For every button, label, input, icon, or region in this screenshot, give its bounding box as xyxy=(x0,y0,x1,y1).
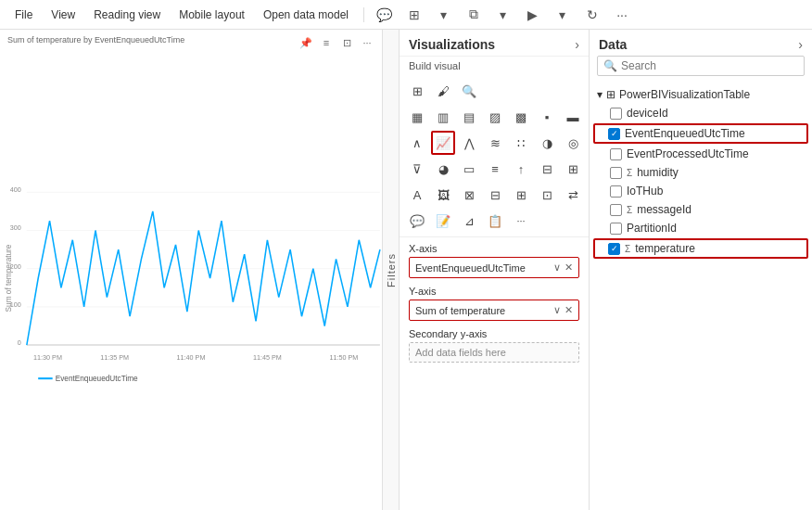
multi-row-card-icon[interactable]: ≡ xyxy=(483,157,507,181)
matrix-icon[interactable]: ⊟ xyxy=(483,183,507,207)
deviceid-checkbox[interactable] xyxy=(610,108,622,120)
scatter-icon[interactable]: ∷ xyxy=(509,131,533,155)
kpi-icon[interactable]: ↑ xyxy=(509,157,533,181)
smart-narrative-icon[interactable]: 📝 xyxy=(431,209,455,233)
y-axis-row: Y-axis Sum of temperature ∨ ✕ xyxy=(409,286,579,321)
line-bar-icon[interactable]: ▬ xyxy=(561,105,585,129)
chevron-down-icon2[interactable]: ▾ xyxy=(490,2,516,28)
data-expand-button[interactable]: › xyxy=(798,37,803,52)
copy-icon[interactable]: ⧉ xyxy=(461,2,487,28)
table3-icon[interactable]: ⊞ xyxy=(509,183,533,207)
chart-title: Sum of temperature by EventEnqueuedUtcTi… xyxy=(2,32,190,45)
eventenqueued-checkbox[interactable]: ✓ xyxy=(608,128,620,140)
field-temperature: temperature xyxy=(635,242,695,255)
menu-item-mobile-layout[interactable]: Mobile layout xyxy=(171,5,252,25)
clustered-col-icon[interactable]: ▩ xyxy=(509,105,533,129)
expand-icon[interactable]: ⊡ xyxy=(337,33,356,52)
more-visuals-icon[interactable]: ··· xyxy=(509,209,533,233)
messageid-checkbox[interactable] xyxy=(610,204,622,216)
stacked-col-icon[interactable]: ▨ xyxy=(483,105,507,129)
list-item[interactable]: EventProcessedUtcTime xyxy=(590,145,812,163)
refresh-icon[interactable]: ↻ xyxy=(579,2,605,28)
svg-text:100: 100 xyxy=(10,300,21,309)
connector-icon[interactable]: ⇄ xyxy=(561,183,585,207)
table2-icon[interactable]: ⊞ xyxy=(561,157,585,181)
svg-text:11:50 PM: 11:50 PM xyxy=(329,353,358,362)
more-options-icon[interactable]: ··· xyxy=(609,2,635,28)
search-input[interactable] xyxy=(621,59,798,72)
waterfall-icon[interactable]: ≋ xyxy=(483,131,507,155)
x-axis-dropdown-btn[interactable]: ∨ xyxy=(553,261,561,274)
donut-icon[interactable]: ◎ xyxy=(561,131,585,155)
list-item[interactable]: Σ humidity xyxy=(590,163,812,182)
table4-icon[interactable]: ⊡ xyxy=(535,183,559,207)
decomp-tree-icon[interactable]: ⊿ xyxy=(457,209,481,233)
list-item[interactable]: ✓ EventEnqueuedUtcTime xyxy=(593,123,808,144)
iothub-checkbox[interactable] xyxy=(610,185,622,198)
100-stacked-bar-icon[interactable]: ▤ xyxy=(457,105,481,129)
svg-text:11:40 PM: 11:40 PM xyxy=(177,353,206,362)
shape-icon[interactable]: ⊠ xyxy=(457,183,481,207)
comment-icon[interactable]: 💬 xyxy=(372,2,398,28)
format-icon[interactable]: 🖌 xyxy=(431,79,455,103)
clustered-bar-icon[interactable]: ▥ xyxy=(431,105,455,129)
y-axis-dropdown-btn[interactable]: ∨ xyxy=(553,304,561,316)
pin-icon[interactable]: 📌 xyxy=(297,33,315,52)
focus-icon[interactable]: ≡ xyxy=(317,33,336,52)
svg-text:11:35 PM: 11:35 PM xyxy=(100,353,129,362)
menu-item-file[interactable]: File xyxy=(7,5,40,25)
x-axis-pill[interactable]: EventEnqueuedUtcTime ∨ ✕ xyxy=(409,257,579,278)
viz-expand-button[interactable]: › xyxy=(575,37,579,52)
partitionid-checkbox[interactable] xyxy=(610,223,622,235)
chart-area: Sum of temperature 400 300 200 100 0 11:… xyxy=(0,46,382,510)
chevron-down-icon3[interactable]: ▾ xyxy=(550,2,576,28)
svg-text:0: 0 xyxy=(18,338,21,347)
humidity-checkbox[interactable] xyxy=(610,167,622,179)
expand-icon: ▾ xyxy=(597,88,603,101)
list-item[interactable]: PartitionId xyxy=(590,219,812,237)
eventprocessed-checkbox[interactable] xyxy=(610,148,622,160)
chart-more-icon[interactable]: ··· xyxy=(358,33,376,52)
filters-strip[interactable]: Filters xyxy=(383,30,400,510)
paginated-icon[interactable]: 📋 xyxy=(483,209,507,233)
chevron-down-icon[interactable]: ▾ xyxy=(431,2,457,28)
text-box-icon[interactable]: A xyxy=(405,183,429,207)
view-icon[interactable]: ⊞ xyxy=(401,2,427,28)
area-chart-icon[interactable]: ∧ xyxy=(405,131,429,155)
funnel-icon[interactable]: ⊽ xyxy=(405,157,429,181)
qna-icon[interactable]: 💬 xyxy=(405,209,429,233)
list-item[interactable]: Σ messageId xyxy=(590,200,812,219)
100-stacked-col-icon[interactable]: ▪ xyxy=(535,105,559,129)
analytics-icon[interactable]: 🔍 xyxy=(457,79,481,103)
slicer-icon[interactable]: ⊟ xyxy=(535,157,559,181)
stacked-bar-icon[interactable]: ▦ xyxy=(405,105,429,129)
image-icon[interactable]: 🖼 xyxy=(431,183,455,207)
build-visual-label: Build visual xyxy=(400,57,589,75)
list-item[interactable]: IoTHub xyxy=(590,182,812,200)
tree-root-table[interactable]: ▾ ⊞ PowerBIVisualizationTable xyxy=(590,85,812,104)
y-axis-remove-btn[interactable]: ✕ xyxy=(565,304,573,316)
secondary-y-axis-drop[interactable]: Add data fields here xyxy=(409,342,579,363)
menu-item-open-data-model[interactable]: Open data model xyxy=(256,5,356,25)
y-axis-pill[interactable]: Sum of temperature ∨ ✕ xyxy=(409,300,579,321)
sigma-icon2: Σ xyxy=(627,205,632,215)
fields-section: X-axis EventEnqueuedUtcTime ∨ ✕ Y-axis S… xyxy=(400,237,589,510)
x-axis-remove-btn[interactable]: ✕ xyxy=(565,261,573,274)
table-icon[interactable]: ⊞ xyxy=(405,79,429,103)
viz-icon-grid: ⊞ 🖌 🔍 ▦ ▥ ▤ ▨ ▩ ▪ ▬ ∧ 📈 ⋀ ≋ ∷ ◑ ◎ ⊽ ◕ ▭ xyxy=(400,75,589,237)
search-box[interactable]: 🔍 xyxy=(597,56,805,76)
field-messageid: messageId xyxy=(637,203,691,216)
field-eventprocessedutctime: EventProcessedUtcTime xyxy=(627,147,749,160)
menu-item-view[interactable]: View xyxy=(44,5,82,25)
card-icon[interactable]: ▭ xyxy=(457,157,481,181)
menu-item-reading-view[interactable]: Reading view xyxy=(86,5,168,25)
svg-text:400: 400 xyxy=(10,185,21,194)
list-item[interactable]: deviceId xyxy=(590,104,812,122)
list-item[interactable]: ✓ Σ temperature xyxy=(593,238,808,259)
line-chart-icon[interactable]: 📈 xyxy=(431,131,455,155)
pie-icon[interactable]: ◑ xyxy=(535,131,559,155)
temperature-checkbox[interactable]: ✓ xyxy=(608,243,620,255)
ribbon-icon[interactable]: ⋀ xyxy=(457,131,481,155)
present-icon[interactable]: ▶ xyxy=(520,2,546,28)
gauge-icon[interactable]: ◕ xyxy=(431,157,455,181)
